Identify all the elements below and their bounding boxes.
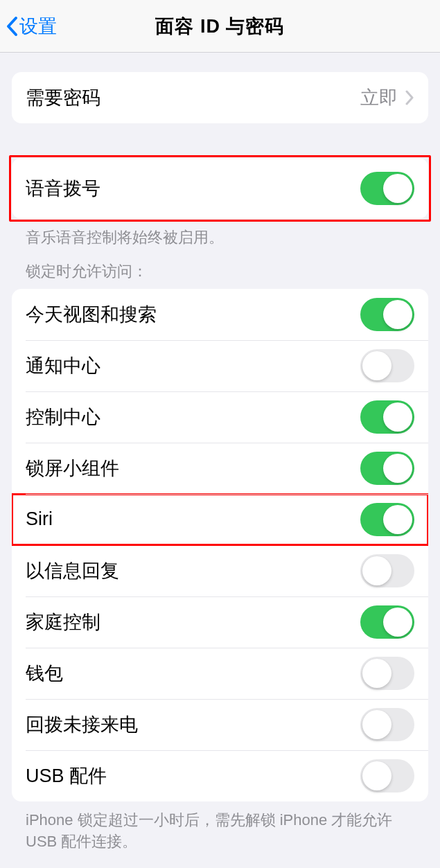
wallet-toggle[interactable] [360, 657, 414, 690]
notification-center-toggle[interactable] [360, 349, 414, 382]
lock-screen-widgets-toggle[interactable] [360, 452, 414, 485]
home-control-row: 家庭控制 [12, 596, 428, 648]
nav-bar: 设置 面容 ID 与密码 [0, 0, 440, 53]
locked-access-header: 锁定时允许访问： [12, 261, 161, 289]
siri-label: Siri [26, 508, 360, 530]
require-passcode-value: 立即 [360, 85, 398, 110]
control-center-toggle[interactable] [360, 400, 414, 434]
today-view-label: 今天视图和搜索 [26, 302, 360, 327]
voice-dial-highlight: 语音拨号 [9, 155, 431, 222]
usb-accessories-label: USB 配件 [26, 763, 360, 788]
return-missed-calls-label: 回拨未接来电 [26, 712, 360, 737]
reply-with-message-label: 以信息回复 [26, 558, 360, 583]
today-view-row: 今天视图和搜索 [12, 289, 428, 340]
control-center-label: 控制中心 [26, 405, 360, 429]
locked-access-list: 今天视图和搜索 通知中心 控制中心 锁屏小组件 Siri 以信息回复 [12, 289, 428, 801]
control-center-row: 控制中心 [12, 391, 428, 443]
locked-access-footer: iPhone 锁定超过一小时后，需先解锁 iPhone 才能允许USB 配件连接… [12, 801, 428, 853]
home-control-label: 家庭控制 [26, 610, 360, 635]
siri-row: Siri [12, 494, 428, 545]
return-missed-calls-row: 回拨未接来电 [12, 699, 428, 750]
voice-dial-label: 语音拨号 [26, 176, 360, 201]
voice-dial-footer: 音乐语音控制将始终被启用。 [12, 219, 428, 249]
require-passcode-row[interactable]: 需要密码 立即 [12, 72, 428, 123]
today-view-toggle[interactable] [360, 298, 414, 331]
siri-toggle[interactable] [360, 503, 414, 536]
wallet-row: 钱包 [12, 648, 428, 699]
require-passcode-label: 需要密码 [26, 85, 360, 110]
voice-dial-row: 语音拨号 [12, 158, 428, 219]
home-control-toggle[interactable] [360, 605, 414, 639]
voice-dial-toggle[interactable] [360, 172, 414, 205]
chevron-right-icon [405, 90, 414, 105]
notification-center-row: 通知中心 [12, 340, 428, 391]
back-button[interactable]: 设置 [6, 14, 57, 39]
return-missed-calls-toggle[interactable] [360, 708, 414, 741]
reply-with-message-toggle[interactable] [360, 554, 414, 587]
lock-screen-widgets-row: 锁屏小组件 [12, 443, 428, 494]
notification-center-label: 通知中心 [26, 353, 360, 378]
chevron-left-icon [6, 16, 18, 37]
wallet-label: 钱包 [26, 661, 360, 686]
usb-accessories-row: USB 配件 [12, 750, 428, 801]
back-label: 设置 [19, 14, 57, 39]
page-title: 面容 ID 与密码 [155, 14, 284, 39]
reply-with-message-row: 以信息回复 [12, 545, 428, 596]
lock-screen-widgets-label: 锁屏小组件 [26, 456, 360, 481]
usb-accessories-toggle[interactable] [360, 759, 414, 792]
